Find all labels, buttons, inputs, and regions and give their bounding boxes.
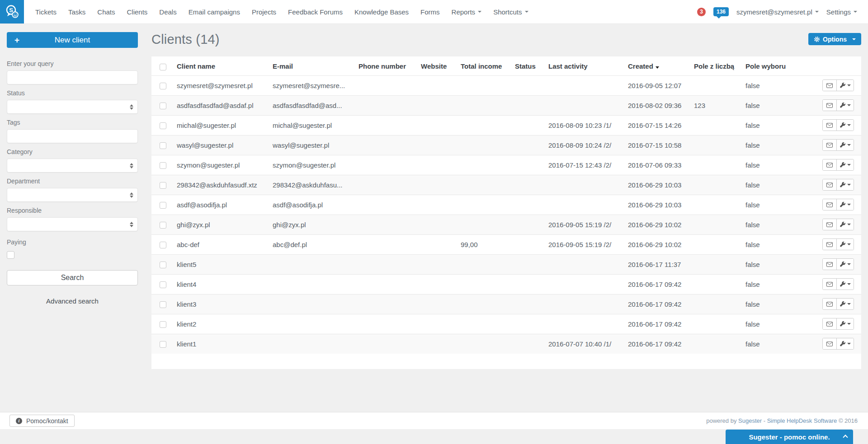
row-tools-dropdown-button[interactable] [836, 120, 854, 131]
department-select[interactable] [7, 188, 138, 202]
column-header-status[interactable]: Status [511, 56, 545, 75]
cell-client_name[interactable]: klient2 [173, 314, 269, 334]
row-tools-dropdown-button[interactable] [836, 279, 854, 290]
chat-messages-badge[interactable]: 136 [713, 7, 729, 16]
row-checkbox[interactable] [160, 321, 166, 328]
column-header-website[interactable]: Website [417, 56, 457, 75]
cell-client_name[interactable]: szymesret@szymesret.pl [173, 75, 269, 95]
email-client-button[interactable] [823, 140, 836, 150]
select-all-checkbox[interactable] [160, 64, 166, 70]
email-client-button[interactable] [823, 219, 836, 230]
notifications-badge[interactable]: 3 [697, 8, 706, 16]
row-tools-dropdown-button[interactable] [836, 338, 854, 349]
app-logo[interactable]: S [0, 0, 24, 23]
row-checkbox[interactable] [160, 83, 166, 89]
search-button[interactable]: Search [7, 270, 138, 285]
paying-checkbox[interactable] [7, 251, 14, 259]
row-checkbox[interactable] [160, 341, 166, 348]
category-select[interactable] [7, 159, 138, 173]
email-client-button[interactable] [823, 100, 836, 111]
nav-item-clients[interactable]: Clients [121, 0, 153, 23]
column-header-client_name[interactable]: Client name [173, 56, 269, 75]
envelope-icon [826, 163, 833, 168]
email-client-button[interactable] [823, 259, 836, 270]
cell-client_name[interactable]: szymon@sugester.pl [173, 155, 269, 175]
row-tools-dropdown-button[interactable] [836, 80, 854, 91]
nav-item-chats[interactable]: Chats [91, 0, 121, 23]
query-input[interactable] [7, 70, 138, 84]
column-header-created[interactable]: Created [624, 56, 690, 75]
cell-client_name[interactable]: wasyl@sugester.pl [173, 135, 269, 155]
row-checkbox[interactable] [160, 262, 166, 268]
row-tools-dropdown-button[interactable] [836, 140, 854, 150]
email-client-button[interactable] [823, 299, 836, 309]
row-tools-dropdown-button[interactable] [836, 100, 854, 111]
cell-client_name[interactable]: michal@sugester.pl [173, 115, 269, 135]
nav-item-email-campaigns[interactable]: Email campaigns [183, 0, 246, 23]
email-client-button[interactable] [823, 338, 836, 349]
chat-widget-bar[interactable]: Sugester - pomoc online. [726, 430, 853, 444]
row-checkbox[interactable] [160, 222, 166, 229]
column-header-phone[interactable]: Phone number [355, 56, 417, 75]
row-tools-dropdown-button[interactable] [836, 239, 854, 250]
cell-client_name[interactable]: 298342@askduhfasudf.xtz [173, 175, 269, 195]
cell-client_name[interactable]: ghi@zyx.pl [173, 215, 269, 234]
settings-menu[interactable]: Settings [826, 8, 857, 16]
row-tools-dropdown-button[interactable] [836, 199, 854, 210]
nav-item-deals[interactable]: Deals [153, 0, 182, 23]
options-button[interactable]: Options [808, 33, 861, 45]
nav-item-knowledge-bases[interactable]: Knowledge Bases [349, 0, 415, 23]
email-client-button[interactable] [823, 239, 836, 250]
cell-client_name[interactable]: klient3 [173, 294, 269, 314]
email-client-button[interactable] [823, 80, 836, 91]
new-client-button[interactable]: + New client [7, 32, 138, 48]
nav-item-reports[interactable]: Reports [446, 0, 488, 23]
email-client-button[interactable] [823, 159, 836, 170]
row-tools-dropdown-button[interactable] [836, 318, 854, 329]
row-tools-dropdown-button[interactable] [836, 219, 854, 230]
responsible-select[interactable] [7, 217, 138, 231]
column-header-pole_z_liczba[interactable]: Pole z liczbą [690, 56, 742, 75]
row-checkbox[interactable] [160, 281, 166, 288]
nav-item-tickets[interactable]: Tickets [29, 0, 62, 23]
email-client-button[interactable] [823, 179, 836, 190]
row-tools-dropdown-button[interactable] [836, 259, 854, 270]
row-checkbox[interactable] [160, 122, 166, 129]
row-checkbox[interactable] [160, 242, 166, 248]
nav-item-projects[interactable]: Projects [246, 0, 282, 23]
nav-item-feedback-forums[interactable]: Feedback Forums [282, 0, 349, 23]
email-client-button[interactable] [823, 318, 836, 329]
row-checkbox[interactable] [160, 103, 166, 109]
row-checkbox[interactable] [160, 142, 166, 149]
column-header-pole_wyboru[interactable]: Pole wyboru [742, 56, 810, 75]
email-client-button[interactable] [823, 279, 836, 290]
cell-client_name[interactable]: klient5 [173, 254, 269, 274]
helpdesk-software-link[interactable]: Simple HelpDesk Software [767, 417, 837, 424]
row-checkbox[interactable] [160, 301, 166, 308]
cell-client_name[interactable]: abc-def [173, 234, 269, 254]
column-header-total_income[interactable]: Total income [457, 56, 511, 75]
row-tools-dropdown-button[interactable] [836, 179, 854, 190]
row-checkbox[interactable] [160, 162, 166, 169]
email-client-button[interactable] [823, 120, 836, 131]
status-select[interactable] [7, 100, 138, 114]
row-checkbox[interactable] [160, 182, 166, 189]
user-menu[interactable]: szymesret@szymesret.pl [736, 8, 819, 16]
column-header-email[interactable]: E-mail [269, 56, 355, 75]
nav-item-shortcuts[interactable]: Shortcuts [487, 0, 534, 23]
nav-item-forms[interactable]: Forms [415, 0, 446, 23]
sugester-link[interactable]: Sugester [738, 417, 762, 424]
help-contact-button[interactable]: i Pomoc/kontakt [9, 415, 75, 427]
nav-item-tasks[interactable]: Tasks [62, 0, 91, 23]
cell-client_name[interactable]: klient1 [173, 334, 269, 354]
cell-client_name[interactable]: klient4 [173, 274, 269, 294]
tags-input[interactable] [7, 129, 138, 143]
email-client-button[interactable] [823, 199, 836, 210]
cell-client_name[interactable]: asdf@asodifja.pl [173, 195, 269, 215]
cell-client_name[interactable]: asdfasdfasdfad@asdaf.pl [173, 95, 269, 115]
row-tools-dropdown-button[interactable] [836, 299, 854, 309]
row-tools-dropdown-button[interactable] [836, 159, 854, 170]
advanced-search-link[interactable]: Advanced search [7, 297, 138, 305]
row-checkbox[interactable] [160, 202, 166, 209]
column-header-last_activity[interactable]: Last activity [545, 56, 624, 75]
